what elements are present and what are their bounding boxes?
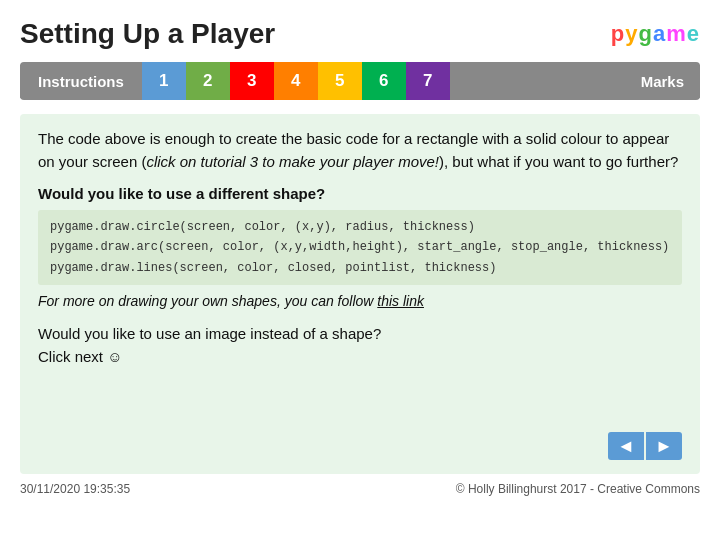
- next-button[interactable]: ►: [646, 432, 682, 460]
- click-next-text: Click next: [38, 348, 103, 365]
- tabs-row: Instructions 1 2 3 4 5 6 7 Marks: [20, 62, 700, 100]
- tab-instructions: Instructions: [20, 65, 142, 98]
- paragraph-1-italic: click on tutorial 3 to make your player …: [146, 153, 439, 170]
- footer-copyright: © Holly Billinghurst 2017 - Creative Com…: [456, 482, 700, 496]
- link-line: For more on drawing your own shapes, you…: [38, 293, 682, 309]
- section2-heading: Would you like to use an image instead o…: [38, 325, 381, 342]
- prev-button[interactable]: ◄: [608, 432, 644, 460]
- footer: 30/11/2020 19:35:35 © Holly Billinghurst…: [20, 480, 700, 498]
- header: Setting Up a Player pygame: [20, 18, 700, 50]
- footer-date: 30/11/2020 19:35:35: [20, 482, 130, 496]
- logo-letter: a: [653, 21, 666, 46]
- paragraph-1: The code above is enough to create the b…: [38, 128, 682, 173]
- nav-arrows: ◄ ►: [608, 432, 682, 460]
- page-wrapper: Setting Up a Player pygame Instructions …: [0, 0, 720, 540]
- logo-letter: e: [687, 21, 700, 46]
- tab-3[interactable]: 3: [230, 62, 274, 100]
- logo-letter: m: [666, 21, 687, 46]
- code-block: pygame.draw.circle(screen, color, (x,y),…: [38, 210, 682, 285]
- logo-letter: y: [625, 21, 638, 46]
- content-area: The code above is enough to create the b…: [20, 114, 700, 474]
- section2-text: Would you like to use an image instead o…: [38, 323, 682, 368]
- paragraph-1-end: ), but what if you want to go further?: [439, 153, 678, 170]
- tab-4[interactable]: 4: [274, 62, 318, 100]
- tab-7[interactable]: 7: [406, 62, 450, 100]
- page-title: Setting Up a Player: [20, 18, 275, 50]
- this-link[interactable]: this link: [377, 293, 424, 309]
- link-prefix: For more on drawing your own shapes, you…: [38, 293, 377, 309]
- code-line-3: pygame.draw.lines(screen, color, closed,…: [50, 258, 670, 278]
- tab-5[interactable]: 5: [318, 62, 362, 100]
- logo-letter: p: [611, 21, 625, 46]
- pygame-logo: pygame: [611, 21, 700, 47]
- tab-1[interactable]: 1: [142, 62, 186, 100]
- tab-6[interactable]: 6: [362, 62, 406, 100]
- smiley-icon: ☺: [107, 348, 122, 365]
- tab-marks[interactable]: Marks: [625, 65, 700, 98]
- code-line-2: pygame.draw.arc(screen, color, (x,y,widt…: [50, 237, 670, 257]
- tab-2[interactable]: 2: [186, 62, 230, 100]
- logo-letter: g: [638, 21, 652, 46]
- section1-heading: Would you like to use a different shape?: [38, 185, 682, 202]
- code-line-1: pygame.draw.circle(screen, color, (x,y),…: [50, 217, 670, 237]
